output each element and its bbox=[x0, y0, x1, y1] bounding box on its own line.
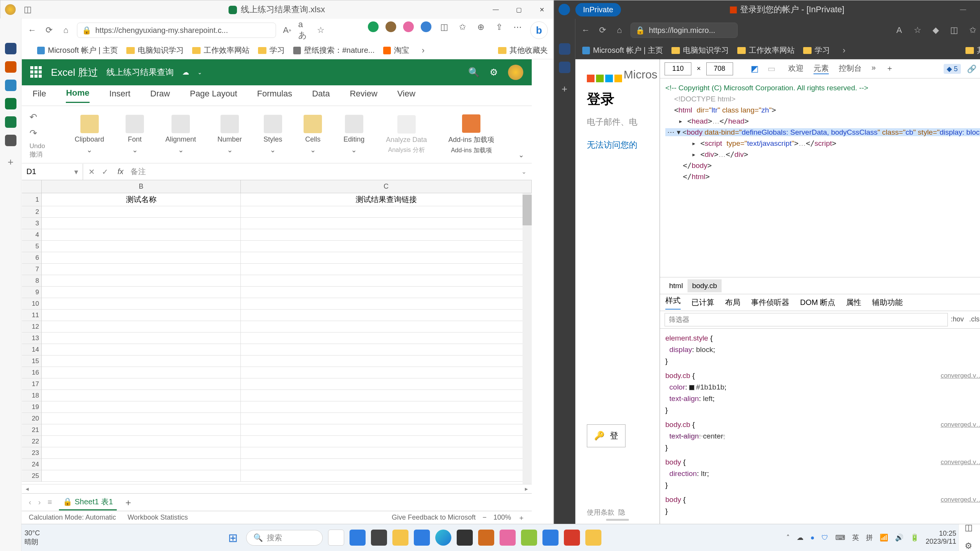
tab-file[interactable]: File bbox=[33, 89, 46, 103]
device-icon[interactable]: ▭ bbox=[766, 63, 777, 75]
panel-properties[interactable]: 属性 bbox=[846, 297, 861, 308]
tb-explorer-icon[interactable] bbox=[585, 530, 601, 546]
fav-item[interactable]: 电脑知识学习 bbox=[671, 45, 729, 55]
tb-app-icon[interactable] bbox=[478, 530, 494, 546]
fav-item[interactable]: 学习 bbox=[258, 45, 285, 55]
font-icon[interactable] bbox=[126, 115, 144, 133]
row-header[interactable]: 22 bbox=[22, 436, 42, 447]
home-button[interactable]: ⌂ bbox=[614, 24, 625, 36]
row-header[interactable]: 12 bbox=[22, 321, 42, 333]
tray-sync-icon[interactable]: ● bbox=[810, 534, 815, 542]
panel-computed[interactable]: 已计算 bbox=[691, 297, 714, 308]
dt-tab-elements[interactable]: 元素 bbox=[813, 63, 829, 74]
styles-pane[interactable]: element.style { display: block;}converge… bbox=[660, 329, 980, 524]
minimize-button[interactable]: — bbox=[484, 0, 507, 19]
cell[interactable] bbox=[42, 390, 241, 401]
crumb-html[interactable]: html bbox=[665, 279, 688, 292]
cell[interactable] bbox=[42, 355, 241, 367]
favorite-star-icon[interactable]: ☆ bbox=[912, 24, 923, 36]
panel-layout[interactable]: 布局 bbox=[725, 297, 740, 308]
back-button[interactable]: ← bbox=[26, 24, 38, 36]
tray-onedrive-icon[interactable]: ☁ bbox=[797, 533, 804, 542]
panel-listeners[interactable]: 事件侦听器 bbox=[751, 297, 789, 308]
row-header[interactable]: 21 bbox=[22, 424, 42, 436]
styles-icon[interactable] bbox=[264, 115, 282, 133]
vertical-tab-icon[interactable] bbox=[5, 98, 16, 109]
inspect-icon[interactable]: ◩ bbox=[749, 63, 761, 75]
cell[interactable] bbox=[42, 344, 241, 355]
favorites-icon[interactable]: ✩ bbox=[967, 24, 978, 36]
row-header[interactable]: 5 bbox=[22, 241, 42, 252]
cell[interactable] bbox=[241, 218, 532, 229]
signin-options-button[interactable]: 🔑登 bbox=[587, 424, 626, 447]
cell[interactable] bbox=[241, 413, 532, 424]
email-placeholder[interactable]: 电子邮件、电 bbox=[587, 116, 660, 128]
dt-add-tab-icon[interactable]: ＋ bbox=[886, 63, 893, 74]
add-sheet-button[interactable]: ＋ bbox=[124, 496, 133, 509]
number-icon[interactable] bbox=[220, 115, 239, 133]
bing-chat-icon[interactable]: b bbox=[530, 21, 548, 39]
resize-handle[interactable] bbox=[606, 519, 629, 521]
fav-item[interactable]: 工作效率网站 bbox=[192, 45, 250, 55]
weather-widget[interactable]: 30°C 晴朗 bbox=[24, 529, 40, 546]
cells-icon[interactable] bbox=[304, 115, 322, 133]
tray-keyboard-icon[interactable]: ⌨ bbox=[835, 533, 845, 542]
translate-icon[interactable]: aあ bbox=[298, 24, 310, 36]
tray-ime-en[interactable]: 英 bbox=[852, 533, 859, 542]
row-header[interactable]: 2 bbox=[22, 206, 42, 218]
cant-access-link[interactable]: 无法访问您的 bbox=[587, 139, 660, 151]
cell[interactable] bbox=[241, 252, 532, 264]
cell[interactable] bbox=[42, 264, 241, 275]
formula-expand-icon[interactable]: ⌄ bbox=[516, 168, 532, 175]
back-button[interactable]: ← bbox=[580, 24, 591, 36]
ext-icon[interactable]: ◆ bbox=[930, 24, 942, 36]
tb-app-icon[interactable] bbox=[328, 530, 344, 546]
share-icon[interactable]: ⇪ bbox=[493, 21, 505, 33]
ext-icon[interactable] bbox=[385, 21, 396, 32]
fav-other[interactable]: 其他收藏夹 bbox=[965, 45, 980, 55]
cell[interactable] bbox=[42, 447, 241, 459]
tab-insert[interactable]: Insert bbox=[109, 89, 131, 103]
terms-link[interactable]: 使用条款 bbox=[587, 509, 614, 516]
taskbar-search[interactable]: 🔍搜索 bbox=[246, 530, 323, 546]
dom-tree[interactable]: <!-- Copyright (C) Microsoft Corporation… bbox=[660, 78, 980, 277]
row-header[interactable]: 23 bbox=[22, 447, 42, 459]
workspace-icon[interactable]: ◫ bbox=[22, 4, 33, 15]
address-bar[interactable]: 🔒 https://chengyuxiang-my.sharepoint.c..… bbox=[77, 23, 276, 38]
tb-edge-icon[interactable] bbox=[435, 530, 451, 546]
cell[interactable] bbox=[241, 310, 532, 321]
tray-defender-icon[interactable]: 🛡 bbox=[822, 534, 828, 542]
crumb-body[interactable]: body.cb bbox=[688, 279, 722, 292]
formula-bar[interactable]: 备注 bbox=[127, 166, 516, 177]
row-header[interactable]: 7 bbox=[22, 264, 42, 275]
vertical-tab-icon[interactable] bbox=[5, 80, 16, 91]
add-tab-button[interactable]: + bbox=[562, 83, 567, 95]
tab-data[interactable]: Data bbox=[312, 89, 330, 103]
fav-other[interactable]: 其他收藏夹 bbox=[498, 45, 548, 55]
fav-item[interactable]: 淘宝 bbox=[383, 45, 409, 55]
all-sheets-icon[interactable]: ≡ bbox=[47, 498, 52, 507]
more-icon[interactable]: ⋯ bbox=[512, 21, 523, 33]
minimize-button[interactable]: — bbox=[952, 0, 975, 19]
favorites-icon[interactable]: ✩ bbox=[457, 21, 468, 33]
app-launcher-icon[interactable] bbox=[30, 66, 42, 78]
feedback-link[interactable]: Give Feedback to Microsoft bbox=[392, 514, 475, 522]
row-header[interactable]: 4 bbox=[22, 229, 42, 241]
address-bar[interactable]: 🔒 https://login.micro... bbox=[630, 23, 738, 38]
cell[interactable] bbox=[241, 447, 532, 459]
cell[interactable] bbox=[42, 298, 241, 310]
ext-icon[interactable] bbox=[403, 21, 414, 32]
tb-app-icon[interactable] bbox=[371, 530, 387, 546]
reader-icon[interactable]: A bbox=[893, 24, 905, 36]
tb-app-icon[interactable] bbox=[457, 530, 473, 546]
style-filter-input[interactable] bbox=[665, 313, 948, 326]
sheet-prev-icon[interactable]: ‹ bbox=[29, 498, 31, 507]
row-header[interactable]: 13 bbox=[22, 333, 42, 344]
cancel-edit-icon[interactable]: ✕ bbox=[88, 167, 95, 176]
row-header[interactable]: 19 bbox=[22, 401, 42, 413]
cell[interactable] bbox=[241, 241, 532, 252]
user-avatar[interactable] bbox=[508, 65, 523, 80]
cell[interactable] bbox=[241, 459, 532, 470]
hov-toggle[interactable]: :hov bbox=[951, 315, 964, 324]
tb-app-icon[interactable] bbox=[564, 530, 580, 546]
